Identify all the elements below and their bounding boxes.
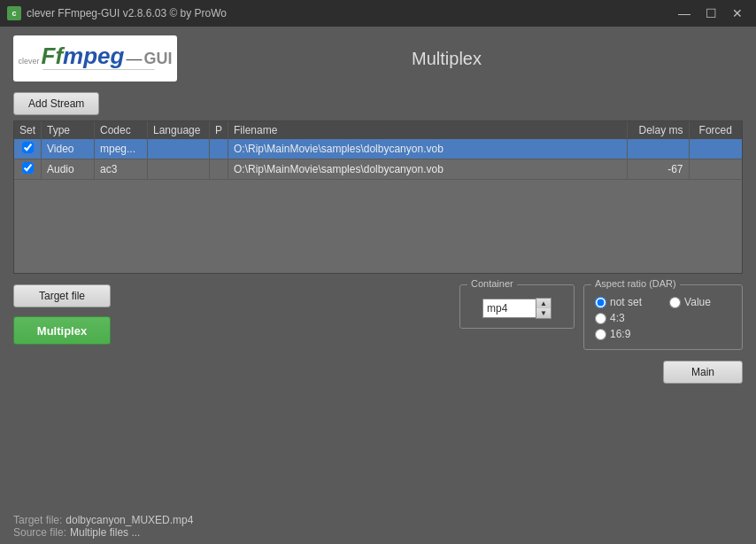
close-button[interactable]: ✕ xyxy=(726,4,749,22)
row-p xyxy=(210,139,228,159)
aspect-ratio-group-label: Aspect ratio (DAR) xyxy=(591,278,680,289)
ar-not-set-label[interactable]: not set xyxy=(610,296,642,308)
titlebar-controls: — ☐ ✕ xyxy=(673,4,749,22)
row-delay: -67 xyxy=(627,159,689,180)
row-p xyxy=(210,159,228,180)
container-spinbox-wrapper: ▲ ▼ xyxy=(471,298,563,319)
table-row: Audioac3O:\Rip\MainMovie\samples\dolbyca… xyxy=(14,159,742,180)
ar-not-set-radio[interactable] xyxy=(595,297,606,308)
ar-value-radio[interactable] xyxy=(669,297,681,308)
container-input[interactable] xyxy=(482,299,536,318)
minimize-button[interactable]: — xyxy=(673,4,696,22)
logo-subtitle: —————————————— xyxy=(43,66,155,74)
target-file-status: Target file: dolbycanyon_MUXED.mp4 xyxy=(13,514,743,526)
source-file-status-value: Multiple files ... xyxy=(70,526,140,539)
row-forced xyxy=(689,159,742,180)
table-row: Videompeg...O:\Rip\MainMovie\samples\dol… xyxy=(14,139,742,159)
target-file-status-value: dolbycanyon_MUXED.mp4 xyxy=(66,514,193,526)
aspect-ratio-group: Aspect ratio (DAR) not set Value 4:3 xyxy=(583,284,743,350)
col-filename: Filename xyxy=(228,121,627,139)
toolbar: Add Stream xyxy=(13,92,743,115)
logo-brand: clever Ff mpeg — GUI xyxy=(19,44,173,67)
logo: clever Ff mpeg — GUI —————————————— xyxy=(19,44,173,74)
container-spinbox: ▲ ▼ xyxy=(482,298,552,319)
aspect-ratio-options: not set Value 4:3 16:9 xyxy=(595,296,731,340)
titlebar-left: c clever FFmpeg-GUI v2.8.6.03 © by ProWo xyxy=(7,6,227,20)
row-filename: O:\Rip\MainMovie\samples\dolbycanyon.vob xyxy=(228,139,627,159)
titlebar-title: clever FFmpeg-GUI v2.8.6.03 © by ProWo xyxy=(27,7,227,19)
main-button-container: Main xyxy=(13,361,743,384)
multiplex-button[interactable]: Multiplex xyxy=(13,316,111,345)
stream-table: Set Type Codec Language P Filename Delay… xyxy=(14,121,742,180)
bottom-left: Target file Multiplex xyxy=(13,284,111,345)
main-content: clever Ff mpeg — GUI —————————————— Mult… xyxy=(0,27,756,392)
ar-4-3-row: 4:3 xyxy=(595,312,662,324)
col-delay: Delay ms xyxy=(627,121,689,139)
logo-mpeg-text: mpeg xyxy=(63,44,124,67)
header: clever Ff mpeg — GUI —————————————— Mult… xyxy=(13,35,743,82)
ar-4-3-radio[interactable] xyxy=(595,313,606,324)
ar-16-9-radio[interactable] xyxy=(595,329,606,340)
row-codec: mpeg... xyxy=(95,139,148,159)
maximize-button[interactable]: ☐ xyxy=(699,4,722,22)
container-group: Container ▲ ▼ xyxy=(459,284,575,329)
row-delay xyxy=(627,139,689,159)
titlebar: c clever FFmpeg-GUI v2.8.6.03 © by ProWo… xyxy=(0,0,756,27)
ar-spacer xyxy=(669,312,670,324)
row-codec: ac3 xyxy=(95,159,148,180)
col-set: Set xyxy=(14,121,42,139)
statusbar: Target file: dolbycanyon_MUXED.mp4 Sourc… xyxy=(0,510,756,544)
ar-not-set-row: not set xyxy=(595,296,662,308)
ar-value-row: Value xyxy=(669,296,731,308)
page-title: Multiplex xyxy=(150,49,743,69)
source-file-status-label: Source file: xyxy=(13,526,66,539)
table-empty-area xyxy=(14,180,742,273)
app-icon: c xyxy=(7,6,21,20)
row-language xyxy=(148,159,210,180)
source-file-status: Source file: Multiple files ... xyxy=(13,526,743,539)
logo-clever-text: clever xyxy=(19,58,40,66)
spinbox-controls: ▲ ▼ xyxy=(536,298,552,319)
main-button[interactable]: Main xyxy=(663,361,743,384)
row-forced xyxy=(689,139,742,159)
add-stream-button[interactable]: Add Stream xyxy=(13,92,99,115)
row-set-checkbox[interactable] xyxy=(22,162,34,174)
col-p: P xyxy=(210,121,228,139)
target-file-button[interactable]: Target file xyxy=(13,284,111,307)
col-language: Language xyxy=(148,121,210,139)
col-forced: Forced xyxy=(689,121,742,139)
row-type: Audio xyxy=(42,159,95,180)
row-filename: O:\Rip\MainMovie\samples\dolbycanyon.vob xyxy=(228,159,627,180)
spinbox-up-button[interactable]: ▲ xyxy=(536,299,551,308)
logo-dash-text: — xyxy=(126,51,142,66)
row-set-checkbox[interactable] xyxy=(22,142,34,153)
ar-4-3-label[interactable]: 4:3 xyxy=(610,312,625,324)
ar-16-9-label[interactable]: 16:9 xyxy=(610,328,630,340)
row-type: Video xyxy=(42,139,95,159)
col-codec: Codec xyxy=(95,121,148,139)
logo-ff-text: Ff xyxy=(42,44,64,67)
container-group-label: Container xyxy=(467,278,517,289)
ar-16-9-row: 16:9 xyxy=(595,328,662,340)
ar-value-label[interactable]: Value xyxy=(684,296,711,308)
col-type: Type xyxy=(42,121,95,139)
spinbox-down-button[interactable]: ▼ xyxy=(536,308,551,318)
table-header-row: Set Type Codec Language P Filename Delay… xyxy=(14,121,742,139)
stream-table-container: Set Type Codec Language P Filename Delay… xyxy=(13,120,743,274)
target-file-status-label: Target file: xyxy=(13,514,62,526)
bottom-section: Target file Multiplex Container ▲ ▼ Aspe… xyxy=(13,284,743,350)
row-language xyxy=(148,139,210,159)
